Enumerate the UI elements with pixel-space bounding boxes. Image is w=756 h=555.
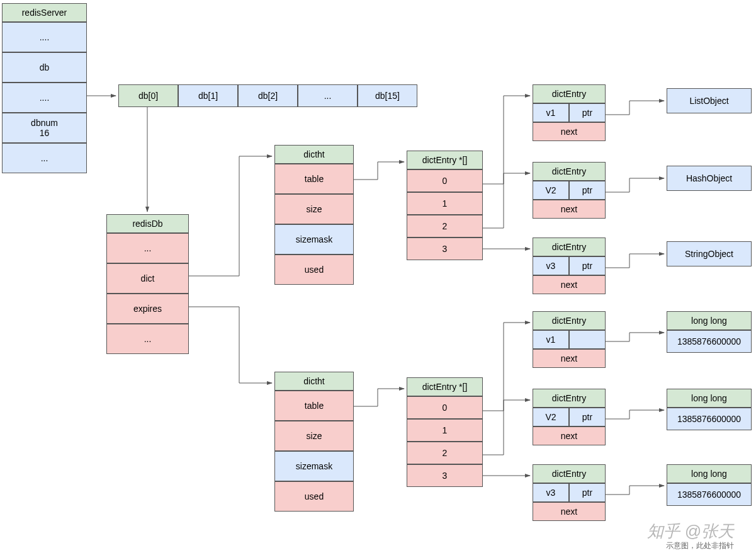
entry2-header: dictEntry: [533, 464, 606, 483]
entry2-ptr: [569, 330, 606, 349]
entryarr1-row: 1: [407, 192, 483, 215]
dictht2-row: table: [274, 391, 354, 421]
redisserver-row: db: [2, 52, 87, 83]
entry1-header: dictEntry: [533, 162, 606, 181]
redisserver-row: ...: [2, 143, 87, 173]
entryarr2-row: 3: [407, 464, 483, 487]
entry2-v: v1: [533, 330, 569, 349]
entry2-next: next: [533, 426, 606, 445]
entry1-ptr: ptr: [569, 103, 606, 122]
dictht1-row: size: [274, 194, 354, 224]
db-item: db[1]: [178, 84, 238, 107]
entryarr1-row: 2: [407, 215, 483, 237]
redisserver-row: dbnum 16: [2, 113, 87, 143]
dictht2-header: dictht: [274, 372, 354, 391]
entry2-header: dictEntry: [533, 389, 606, 408]
longlong-value: 1385876600000: [667, 483, 752, 506]
dictht2-row: size: [274, 421, 354, 451]
entry1-v: V2: [533, 181, 569, 200]
entry1-next: next: [533, 122, 606, 141]
longlong-header: long long: [667, 389, 752, 408]
watermark-text: 知乎 @张天: [647, 520, 734, 542]
entry1-header: dictEntry: [533, 84, 606, 103]
entryarr2-row: 2: [407, 442, 483, 464]
longlong-value: 1385876600000: [667, 408, 752, 430]
longlong-header: long long: [667, 311, 752, 330]
entry2-next: next: [533, 502, 606, 521]
entry2-v: v3: [533, 483, 569, 502]
dictht1-row: sizemask: [274, 224, 354, 255]
entry1-v: v1: [533, 103, 569, 122]
longlong-value: 1385876600000: [667, 330, 752, 353]
redisserver-header: redisServer: [2, 3, 87, 22]
entryarr1-header: dictEntry *[]: [407, 151, 483, 169]
redisdb-header: redisDb: [106, 214, 189, 233]
redisdb-row: ...: [106, 324, 189, 354]
entry2-next: next: [533, 349, 606, 368]
entry2-v: V2: [533, 408, 569, 426]
dictht2-row: used: [274, 481, 354, 512]
obj-hash: HashObject: [667, 166, 752, 191]
dictht1-header: dictht: [274, 145, 354, 164]
obj-list: ListObject: [667, 88, 752, 113]
redisdb-row: dict: [106, 263, 189, 294]
db-item: db[2]: [238, 84, 298, 107]
entry1-header: dictEntry: [533, 237, 606, 256]
db-item: db[0]: [118, 84, 178, 107]
dictht2-row: sizemask: [274, 451, 354, 481]
entry1-ptr: ptr: [569, 256, 606, 275]
entry1-next: next: [533, 200, 606, 219]
entryarr2-row: 1: [407, 419, 483, 442]
entry2-ptr: ptr: [569, 408, 606, 426]
dictht1-row: used: [274, 255, 354, 285]
entryarr1-row: 3: [407, 237, 483, 260]
db-item: ...: [298, 84, 358, 107]
entryarr1-row: 0: [407, 169, 483, 192]
obj-string: StringObject: [667, 241, 752, 266]
dictht1-row: table: [274, 164, 354, 194]
entry1-ptr: ptr: [569, 181, 606, 200]
entry1-next: next: [533, 275, 606, 294]
entry2-header: dictEntry: [533, 311, 606, 330]
entry1-v: v3: [533, 256, 569, 275]
entry2-ptr: ptr: [569, 483, 606, 502]
redisserver-row: ....: [2, 22, 87, 52]
caption-text: 示意图，此处非指针: [666, 541, 734, 551]
redisdb-row: ...: [106, 233, 189, 263]
db-item: db[15]: [358, 84, 417, 107]
entryarr2-row: 0: [407, 396, 483, 419]
longlong-header: long long: [667, 464, 752, 483]
redisdb-row: expires: [106, 294, 189, 324]
redisserver-row: ....: [2, 83, 87, 113]
entryarr2-header: dictEntry *[]: [407, 377, 483, 396]
